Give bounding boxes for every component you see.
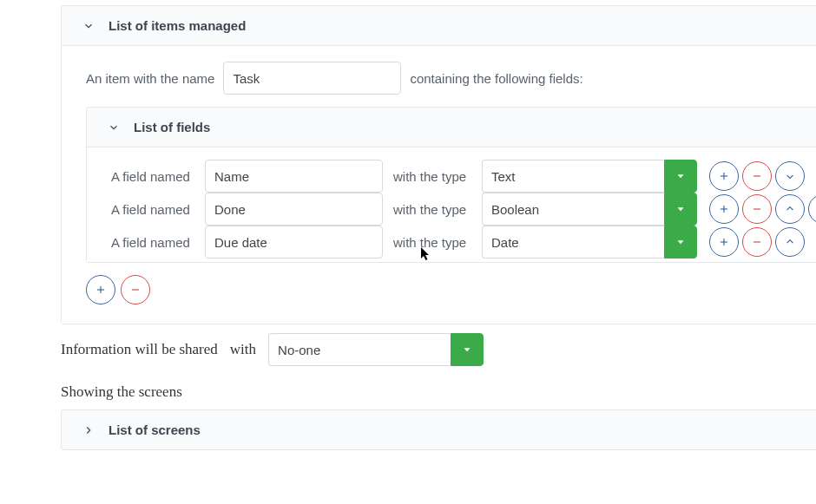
field-type-toggle[interactable] bbox=[664, 160, 697, 193]
items-managed-title: List of items managed bbox=[109, 18, 246, 33]
field-type-select[interactable]: Date bbox=[482, 226, 697, 259]
screens-lead-row: Showing the screens bbox=[61, 383, 816, 401]
remove-field-button[interactable] bbox=[742, 227, 772, 257]
field-row: A field named with the type Date bbox=[87, 226, 816, 259]
fields-panel-header[interactable]: List of fields bbox=[87, 108, 816, 147]
field-row: A field named with the type Text bbox=[87, 160, 816, 193]
chevron-down-icon bbox=[82, 20, 95, 32]
share-toggle[interactable] bbox=[451, 333, 484, 366]
screens-lead: Showing the screens bbox=[61, 383, 182, 400]
item-name-input[interactable] bbox=[223, 62, 401, 95]
screens-panel: List of screens bbox=[61, 409, 816, 450]
item-sentence-lead: An item with the name bbox=[86, 71, 214, 86]
field-row-lead: A field named bbox=[111, 169, 198, 184]
add-field-button[interactable] bbox=[709, 194, 739, 224]
field-row-lead: A field named bbox=[111, 235, 198, 250]
item-actions bbox=[86, 275, 816, 304]
fields-panel-title: List of fields bbox=[134, 120, 210, 134]
move-up-button[interactable] bbox=[775, 194, 805, 224]
share-sentence: Information will be shared with No-one bbox=[61, 333, 816, 366]
add-field-button[interactable] bbox=[709, 227, 739, 257]
chevron-down-icon bbox=[108, 121, 120, 134]
items-managed-header[interactable]: List of items managed bbox=[62, 6, 816, 45]
items-managed-body: An item with the name containing the fol… bbox=[62, 45, 816, 324]
field-row-actions bbox=[704, 194, 816, 224]
field-name-input[interactable] bbox=[205, 160, 383, 193]
field-type-value: Text bbox=[482, 160, 664, 193]
chevron-right-icon bbox=[82, 424, 95, 436]
share-lead: Information will be shared bbox=[61, 341, 218, 358]
field-row: A field named with the type Boolean bbox=[87, 193, 816, 226]
svg-marker-8 bbox=[678, 240, 684, 244]
field-type-select[interactable]: Text bbox=[482, 160, 697, 193]
share-select[interactable]: No-one bbox=[268, 333, 484, 366]
field-type-toggle[interactable] bbox=[664, 226, 697, 259]
field-list: A field named with the type Text bbox=[87, 147, 816, 262]
share-with: with bbox=[230, 341, 256, 358]
field-row-mid: with the type bbox=[390, 202, 475, 217]
fields-panel: List of fields A field named with the ty… bbox=[86, 107, 816, 263]
screens-panel-header[interactable]: List of screens bbox=[62, 410, 816, 449]
field-type-select[interactable]: Boolean bbox=[482, 193, 697, 226]
screens-panel-title: List of screens bbox=[109, 422, 201, 437]
add-item-button[interactable] bbox=[86, 275, 115, 304]
item-sentence-trail: containing the following fields: bbox=[410, 71, 582, 86]
svg-marker-4 bbox=[678, 207, 684, 211]
field-row-mid: with the type bbox=[390, 169, 475, 184]
field-row-actions bbox=[704, 161, 805, 191]
item-sentence: An item with the name containing the fol… bbox=[86, 62, 816, 95]
field-row-mid: with the type bbox=[390, 235, 475, 250]
svg-marker-0 bbox=[678, 174, 684, 178]
svg-marker-15 bbox=[464, 348, 471, 351]
field-row-lead: A field named bbox=[111, 202, 198, 217]
add-field-button[interactable] bbox=[709, 161, 739, 191]
field-type-value: Date bbox=[482, 226, 664, 259]
share-value: No-one bbox=[268, 333, 451, 366]
move-up-button[interactable] bbox=[775, 227, 805, 257]
move-down-button[interactable] bbox=[808, 194, 816, 224]
field-type-toggle[interactable] bbox=[664, 193, 697, 226]
items-managed-panel: List of items managed An item with the n… bbox=[61, 5, 816, 324]
move-down-button[interactable] bbox=[775, 161, 805, 191]
remove-field-button[interactable] bbox=[742, 194, 772, 224]
remove-field-button[interactable] bbox=[742, 161, 772, 191]
remove-item-button[interactable] bbox=[121, 275, 150, 304]
field-name-input[interactable] bbox=[205, 193, 383, 226]
field-row-actions bbox=[704, 227, 805, 257]
field-type-value: Boolean bbox=[482, 193, 664, 226]
field-name-input[interactable] bbox=[205, 226, 383, 259]
